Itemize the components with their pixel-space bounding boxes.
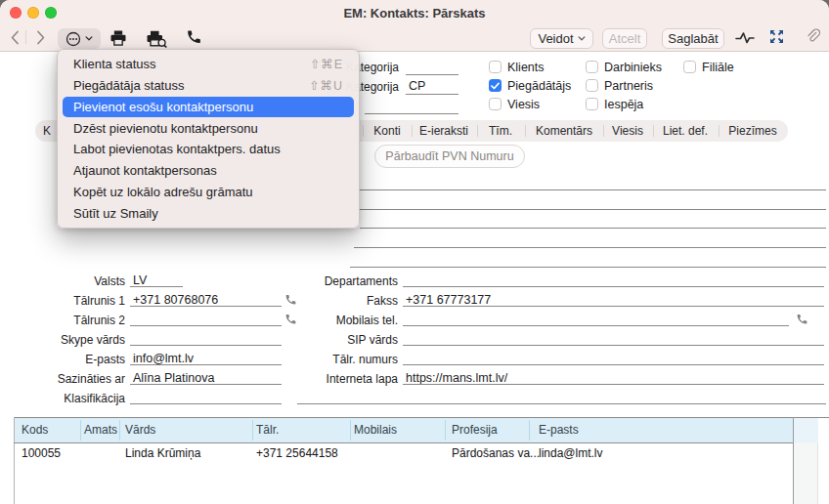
field-label: Interneta lapa bbox=[281, 372, 398, 386]
tab-viesis[interactable]: Viesis bbox=[612, 124, 643, 138]
field-value[interactable]: Alīna Platinova bbox=[133, 371, 214, 385]
check-vat-number-button[interactable]: Pārbaudīt PVN Numuru bbox=[374, 145, 525, 168]
field-underline[interactable] bbox=[130, 306, 282, 307]
tab-komentars[interactable]: Komentārs bbox=[536, 124, 592, 138]
field-underline[interactable] bbox=[403, 325, 789, 326]
field-value[interactable]: +371 67773177 bbox=[406, 293, 491, 307]
print-button[interactable] bbox=[109, 28, 128, 48]
category-field[interactable] bbox=[365, 113, 458, 114]
field-underline[interactable] bbox=[403, 286, 824, 287]
category-value[interactable]: CP bbox=[409, 79, 425, 93]
field-value[interactable]: https://mans.lmt.lv/ bbox=[406, 371, 507, 385]
tab-separator bbox=[412, 125, 413, 137]
cell-e-pasts[interactable]: linda@lmt.lv bbox=[539, 446, 603, 460]
tab-e-ieraksti[interactable]: E-ieraksti bbox=[419, 124, 468, 138]
column-header-vards[interactable]: Vārds bbox=[125, 423, 155, 437]
tab-konti[interactable]: Konti bbox=[373, 124, 400, 138]
field-underline[interactable] bbox=[403, 306, 824, 307]
checkbox-filiale[interactable] bbox=[683, 61, 696, 73]
column-header-amats[interactable]: Amats bbox=[84, 423, 117, 437]
column-separator bbox=[529, 420, 530, 441]
checkbox-label: Klients bbox=[507, 61, 545, 74]
dial-phone-button[interactable] bbox=[186, 28, 202, 45]
field-underline[interactable] bbox=[130, 286, 183, 287]
field-underline[interactable] bbox=[130, 403, 282, 404]
menu-item-atjaunot-kontaktpersonas[interactable]: Atjaunot kontaktpersonas bbox=[58, 160, 359, 182]
checkbox-viesis[interactable] bbox=[489, 98, 502, 110]
menu-item-labot-pievienotas-kontaktpers-datus[interactable]: Labot pievienotas kontaktpers. datus bbox=[58, 139, 359, 160]
field-underline[interactable] bbox=[130, 364, 282, 365]
field-value[interactable]: LV bbox=[133, 273, 147, 287]
address-field[interactable] bbox=[350, 267, 826, 268]
column-separator bbox=[119, 420, 120, 441]
table-border-left bbox=[14, 417, 15, 504]
checkbox-label: Partneris bbox=[604, 79, 653, 93]
table-border-right bbox=[793, 417, 794, 504]
back-icon bbox=[11, 30, 20, 45]
checkbox-label: Piegādātājs bbox=[507, 79, 571, 93]
field-underline[interactable] bbox=[130, 325, 282, 326]
tab-liet-def[interactable]: Liet. def. bbox=[663, 124, 708, 138]
cancel-button-label: Atcelt bbox=[609, 31, 641, 46]
cancel-button[interactable]: Atcelt bbox=[602, 28, 647, 49]
menu-item-sutit-uz-smaily[interactable]: Sūtīt uz Smaily bbox=[58, 202, 359, 224]
column-header-talr[interactable]: Tālr. bbox=[256, 423, 279, 437]
print-preview-button[interactable] bbox=[145, 28, 168, 49]
save-button[interactable]: Saglabāt bbox=[662, 28, 724, 49]
menu-item-kopet-uz-lokalo-adresu-gramatu[interactable]: Kopēt uz lokālo adrešu grāmatu bbox=[58, 182, 359, 203]
column-header-e-pasts[interactable]: E-pasts bbox=[539, 423, 579, 437]
expand-button[interactable] bbox=[768, 28, 785, 45]
forward-button[interactable] bbox=[30, 27, 50, 47]
phone-icon[interactable] bbox=[796, 312, 808, 329]
expand-icon bbox=[768, 28, 785, 45]
checkbox-darbinieks[interactable] bbox=[586, 61, 598, 73]
activity-button[interactable] bbox=[735, 30, 755, 45]
field-underline[interactable] bbox=[403, 345, 824, 346]
create-button[interactable]: Veidot bbox=[530, 28, 593, 49]
field-underline[interactable] bbox=[130, 384, 282, 385]
field-underline[interactable] bbox=[130, 345, 282, 346]
cell-vards[interactable]: Linda Krūmiņa bbox=[125, 446, 200, 460]
field-underline[interactable] bbox=[403, 384, 824, 385]
field-underline[interactable] bbox=[403, 364, 824, 365]
field-value[interactable]: +371 80768076 bbox=[133, 293, 218, 307]
back-button[interactable] bbox=[5, 27, 24, 47]
menu-item-label: Labot pievienotas kontaktpers. datus bbox=[73, 142, 281, 156]
address-field[interactable] bbox=[360, 209, 826, 210]
menu-item-pievienot-esosu-kontaktpersonu[interactable]: Pievienot esošu kontaktpersonu bbox=[63, 97, 354, 118]
attachment-button[interactable] bbox=[805, 28, 821, 45]
tab-piezimes[interactable]: Piezīmes bbox=[728, 124, 776, 138]
checkbox-iespeja[interactable] bbox=[586, 98, 598, 110]
checkbox-partneris[interactable] bbox=[586, 79, 598, 92]
menu-item-label: Kopēt uz lokālo adrešu grāmatu bbox=[73, 185, 253, 199]
field-label: Tālr. numurs bbox=[281, 353, 398, 366]
cell-profesija[interactable]: Pārdošanas va... bbox=[452, 446, 540, 460]
category-field[interactable] bbox=[406, 74, 458, 75]
field-underline[interactable] bbox=[297, 403, 826, 404]
window-title: EM: Kontakts: Pārskats bbox=[0, 6, 829, 21]
menu-item-klienta-statuss[interactable]: Klienta statuss ⇧⌘E bbox=[58, 54, 359, 75]
cell-kods[interactable]: 100055 bbox=[22, 446, 61, 460]
paperclip-icon bbox=[805, 28, 821, 45]
column-separator bbox=[350, 420, 351, 441]
menu-item-shortcut: ⇧⌘U bbox=[309, 78, 343, 93]
column-header-mobilais[interactable]: Mobilais bbox=[354, 423, 397, 437]
address-field[interactable] bbox=[354, 247, 826, 248]
checkbox-klients[interactable] bbox=[489, 61, 502, 73]
cell-talr[interactable]: +371 25644158 bbox=[256, 446, 338, 460]
column-header-profesija[interactable]: Profesija bbox=[452, 423, 498, 437]
field-value[interactable]: info@lmt.lv bbox=[133, 352, 194, 365]
checkbox-piegadatajs[interactable] bbox=[489, 79, 502, 92]
operations-menu-button[interactable] bbox=[58, 28, 101, 49]
tab-kontakts[interactable]: K bbox=[43, 124, 51, 138]
column-header-kods[interactable]: Kods bbox=[22, 423, 48, 437]
menu-item-dzest-pievienotu-kontaktpersonu[interactable]: Dzēst pievienotu kontaktpersonu bbox=[58, 117, 359, 139]
checkbox-label: Viesis bbox=[507, 98, 540, 111]
category-field[interactable] bbox=[406, 94, 458, 95]
tab-separator bbox=[525, 125, 526, 137]
tab-tim[interactable]: Tīm. bbox=[489, 124, 512, 138]
field-label: Tālrunis 1 bbox=[13, 294, 125, 308]
menu-item-piegadataja-statuss[interactable]: Piegādātāja statuss ⇧⌘U bbox=[58, 75, 359, 97]
address-field[interactable] bbox=[360, 228, 826, 229]
address-field[interactable] bbox=[360, 189, 826, 190]
